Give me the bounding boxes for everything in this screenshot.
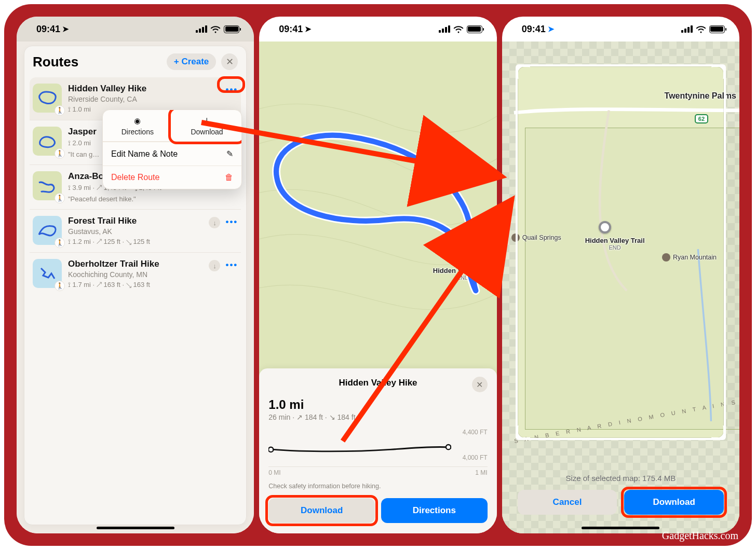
trail-route-line	[259, 42, 496, 374]
walk-icon: 🚶	[55, 105, 65, 116]
route-more-button[interactable]: •••	[225, 260, 238, 270]
map-size-label: Size of selected map: 175.4 MB	[502, 474, 739, 483]
route-subtitle: Riverside County, CA	[68, 95, 219, 103]
cell-signal-icon	[439, 25, 450, 33]
safety-disclaimer: Check safety information before hiking.	[268, 483, 487, 490]
sheet-title: Hidden Valley Hike	[339, 378, 417, 388]
route-more-button[interactable]: •••	[225, 85, 238, 95]
download-map-view[interactable]: Twentynine Palms 62 Quail Springs Ryan M…	[502, 42, 739, 533]
selection-corner-handle[interactable]	[516, 64, 530, 79]
x-axis-start: 0 MI	[268, 469, 280, 476]
walk-icon: 🚶	[55, 238, 65, 248]
walk-icon: 🚶	[55, 281, 65, 291]
route-thumbnail: 🚶	[33, 171, 62, 200]
route-popover: ◉ Directions ⤓ Download Edit N	[102, 109, 242, 189]
svg-point-1	[446, 445, 451, 449]
cell-signal-icon	[681, 25, 693, 33]
selection-corner-handle[interactable]	[516, 425, 530, 440]
download-mini-icon[interactable]: ↓	[209, 260, 220, 271]
status-time: 09:41	[279, 24, 303, 35]
route-thumbnail: 🚶	[33, 259, 62, 288]
popover-download[interactable]: ⤓ Download	[172, 110, 242, 141]
wifi-icon	[696, 25, 706, 33]
cancel-button[interactable]: Cancel	[518, 490, 617, 515]
phone-routes-list: 09:41 ➤ Routes + Create ✕	[17, 17, 254, 533]
route-subtitle: Koochiching County, MN	[68, 270, 203, 279]
trail-map[interactable]: Hidden Valley Trail END Hidden Valley Hi…	[259, 42, 496, 533]
battery-icon	[224, 25, 239, 33]
watermark: GadgetHacks.com	[662, 530, 738, 542]
popover-directions[interactable]: ◉ Directions	[103, 110, 172, 141]
pencil-icon: ✎	[226, 149, 233, 159]
directions-button[interactable]: Directions	[381, 498, 488, 523]
phone-download-map: 09:41 ➤ Twentynine Palms	[502, 17, 739, 533]
create-route-button[interactable]: + Create	[167, 53, 217, 70]
route-distance: 1.0 mi	[268, 397, 487, 412]
route-title: Oberholtzer Trail Hike	[68, 259, 203, 269]
route-meta: ⟟ 1.7 mi · ↗ 163 ft · ↘ 163 ft	[68, 281, 203, 289]
status-time: 09:41	[522, 24, 546, 35]
phone-route-detail: 09:41 ➤	[259, 17, 496, 533]
download-mini-icon[interactable]: ↓	[209, 217, 220, 228]
route-title: Forest Trail Hike	[68, 216, 203, 226]
walk-icon: 🚶	[55, 148, 65, 159]
download-icon: ⤓	[176, 116, 239, 126]
location-arrow-icon: ➤	[548, 24, 555, 34]
route-more-button[interactable]: •••	[225, 217, 238, 227]
status-time: 09:41	[36, 24, 60, 35]
popover-delete[interactable]: Delete Route 🗑	[103, 166, 241, 189]
route-meta: ⟟ 1.2 mi · ↗ 125 ft · ↘ 125 ft	[68, 238, 203, 246]
download-button[interactable]: Download	[624, 490, 724, 515]
route-thumbnail: 🚶	[33, 127, 62, 156]
route-detail-sheet: Hidden Valley Hike ✕ 1.0 mi 26 min · ↗ 1…	[259, 368, 496, 533]
location-arrow-icon: ➤	[62, 24, 69, 34]
battery-icon	[709, 25, 725, 33]
popover-edit[interactable]: Edit Name & Note ✎	[103, 142, 241, 166]
status-bar: 09:41 ➤	[259, 17, 496, 42]
route-subtitle: Gustavus, AK	[68, 227, 203, 236]
route-stats-sub: 26 min · ↗ 184 ft · ↘ 184 ft	[268, 413, 487, 421]
close-panel-button[interactable]: ✕	[221, 53, 238, 70]
svg-point-0	[268, 447, 273, 452]
route-item[interactable]: 🚶 Oberholtzer Trail Hike Koochiching Cou…	[30, 253, 241, 295]
selection-corner-handle[interactable]	[711, 425, 726, 440]
wifi-icon	[453, 25, 464, 33]
status-bar: 09:41 ➤	[17, 17, 254, 42]
map-selection-rect[interactable]	[516, 64, 726, 440]
highlight-ring	[168, 109, 242, 144]
panel-title: Routes	[33, 54, 78, 70]
x-axis-end: 1 MI	[475, 469, 487, 476]
wifi-icon	[210, 25, 221, 33]
route-item[interactable]: 🚶 Hidden Valley Hike Riverside County, C…	[30, 77, 241, 120]
selection-corner-handle[interactable]	[711, 64, 726, 79]
elevation-chart: 4,400 FT 4,000 FT	[268, 430, 487, 467]
cell-signal-icon	[196, 25, 207, 33]
route-thumbnail: 🚶	[33, 216, 62, 245]
sheet-close-button[interactable]: ✕	[472, 377, 488, 392]
routes-list: 🚶 Hidden Valley Hike Riverside County, C…	[24, 77, 246, 295]
walk-icon: 🚶	[55, 193, 65, 203]
battery-icon	[467, 25, 482, 33]
elevation-line-icon	[268, 441, 451, 459]
status-bar: 09:41 ➤	[502, 17, 739, 42]
route-note: "Peaceful desert hike."	[68, 195, 203, 203]
home-indicator	[582, 527, 659, 529]
routes-panel: Routes + Create ✕ 🚶 Hidden Val	[24, 46, 247, 525]
route-title: Hidden Valley Hike	[68, 84, 219, 94]
route-item[interactable]: 🚶 Forest Trail Hike Gustavus, AK ⟟ 1.2 m…	[30, 210, 241, 253]
home-indicator	[97, 527, 174, 529]
route-thumbnail: 🚶	[33, 84, 62, 113]
download-button[interactable]: Download	[268, 498, 375, 523]
location-arrow-icon: ➤	[305, 24, 312, 34]
trash-icon: 🗑	[225, 173, 233, 182]
directions-icon: ◉	[106, 116, 169, 126]
